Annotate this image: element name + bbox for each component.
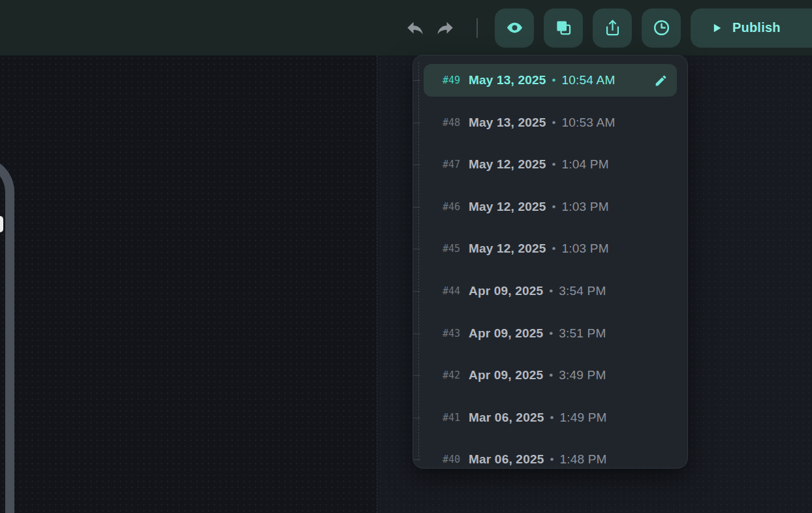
version-date: Apr 09, 2025	[469, 284, 543, 298]
version-separator: •	[552, 116, 556, 129]
version-row[interactable]: #41 Mar 06, 2025 • 1:49 PM	[424, 396, 677, 439]
version-time: 3:54 PM	[559, 284, 606, 298]
version-number: #48	[433, 117, 460, 129]
version-number: #45	[433, 243, 460, 255]
device-frame-corner	[0, 157, 14, 513]
version-number: #46	[433, 201, 460, 213]
version-row[interactable]: #43 Apr 09, 2025 • 3:51 PM	[424, 312, 677, 354]
version-number: #42	[433, 369, 460, 381]
version-separator: •	[550, 453, 554, 466]
duplicate-button[interactable]	[544, 8, 583, 48]
version-number: #49	[433, 74, 460, 86]
publish-button[interactable]: Publish	[691, 8, 812, 48]
clock-icon	[653, 19, 670, 37]
version-number: #47	[433, 159, 460, 170]
version-date: May 12, 2025	[469, 200, 546, 214]
redo-button[interactable]	[435, 18, 456, 39]
version-date: May 12, 2025	[469, 241, 546, 256]
eye-icon	[506, 19, 523, 37]
top-toolbar: Publish	[0, 0, 812, 55]
version-separator: •	[552, 158, 556, 171]
version-separator: •	[549, 369, 553, 382]
version-row[interactable]: #42 Apr 09, 2025 • 3:49 PM	[424, 354, 677, 397]
version-number: #44	[433, 285, 460, 297]
undo-arrow-icon	[405, 18, 425, 38]
version-row[interactable]: #45 May 12, 2025 • 1:03 PM	[424, 228, 677, 270]
version-time: 1:49 PM	[559, 411, 606, 425]
version-date: Mar 06, 2025	[469, 411, 544, 425]
version-row[interactable]: #44 Apr 09, 2025 • 3:54 PM	[424, 270, 677, 313]
version-row[interactable]: #40 Mar 06, 2025 • 1:48 PM	[424, 439, 677, 469]
share-icon	[604, 19, 621, 37]
version-number: #43	[433, 328, 460, 339]
undo-button[interactable]	[405, 18, 426, 39]
version-time: 1:04 PM	[562, 157, 609, 172]
version-time: 1:03 PM	[562, 241, 609, 256]
version-row[interactable]: #46 May 12, 2025 • 1:03 PM	[424, 186, 677, 228]
frame-content-sliver	[0, 216, 3, 232]
play-icon	[710, 22, 723, 35]
version-time: 10:53 AM	[562, 116, 616, 130]
version-number: #41	[433, 412, 460, 424]
version-time: 3:51 PM	[559, 326, 606, 341]
editor-canvas-left	[0, 55, 377, 513]
version-row[interactable]: #47 May 12, 2025 • 1:04 PM	[424, 144, 677, 186]
canvas-divider	[377, 55, 377, 513]
pencil-icon	[654, 74, 668, 87]
version-number: #40	[433, 454, 460, 465]
preview-button[interactable]	[495, 8, 534, 48]
version-history-panel: #49 May 13, 2025 • 10:54 AM #48 May 13, …	[413, 55, 688, 469]
publish-label: Publish	[732, 20, 781, 35]
version-separator: •	[549, 327, 553, 340]
version-time: 1:48 PM	[559, 452, 606, 467]
version-separator: •	[549, 285, 553, 298]
toolbar-divider	[476, 18, 478, 38]
edit-version-button[interactable]	[654, 74, 668, 87]
version-time: 10:54 AM	[562, 73, 616, 87]
version-list[interactable]: #49 May 13, 2025 • 10:54 AM #48 May 13, …	[413, 55, 687, 468]
version-date: Mar 06, 2025	[469, 452, 544, 467]
version-separator: •	[552, 242, 556, 255]
version-row[interactable]: #49 May 13, 2025 • 10:54 AM	[424, 64, 677, 97]
version-time: 3:49 PM	[559, 368, 606, 382]
share-button[interactable]	[593, 8, 632, 48]
copy-icon	[555, 19, 572, 37]
version-separator: •	[550, 411, 554, 424]
version-separator: •	[552, 74, 556, 87]
version-date: May 13, 2025	[469, 73, 546, 87]
version-separator: •	[552, 200, 556, 213]
redo-arrow-icon	[435, 18, 455, 38]
version-time: 1:03 PM	[562, 200, 609, 214]
version-date: May 12, 2025	[469, 157, 546, 172]
version-date: Apr 09, 2025	[469, 368, 543, 382]
version-row[interactable]: #48 May 13, 2025 • 10:53 AM	[424, 102, 677, 144]
version-date: May 13, 2025	[469, 116, 546, 130]
history-button[interactable]	[642, 8, 681, 48]
version-date: Apr 09, 2025	[469, 326, 543, 341]
